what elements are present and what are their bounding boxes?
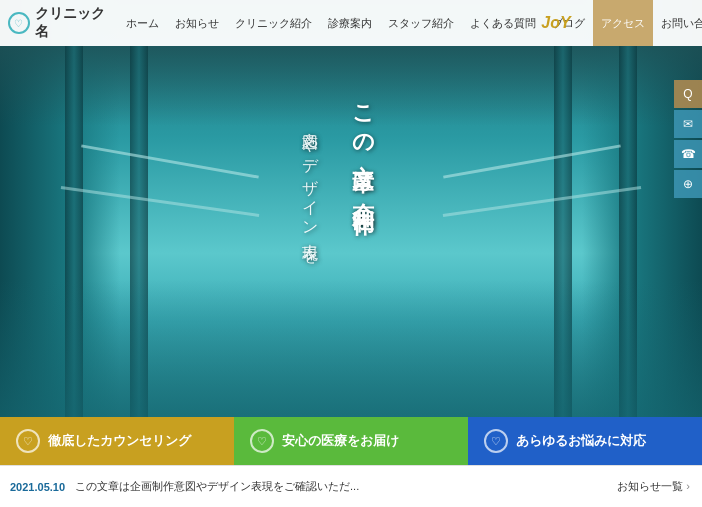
banner-medical[interactable]: ♡ 安心の医療をお届け <box>234 417 468 465</box>
news-link[interactable]: お知らせ一覧 › <box>605 479 702 494</box>
banner-counseling[interactable]: ♡ 徹底したカウンセリング <box>0 417 234 465</box>
news-text: この文章は企画制作意図やデザイン表現をご確認いただ... <box>75 479 605 494</box>
header: ♡ クリニック名 ホーム お知らせ クリニック紹介 診療案内 スタッフ紹介 よく… <box>0 0 702 46</box>
logo: ♡ クリニック名 <box>8 5 118 41</box>
nav-staff[interactable]: スタッフ紹介 <box>380 0 462 46</box>
counseling-icon: ♡ <box>16 429 40 453</box>
news-date: 2021.05.10 <box>0 481 75 493</box>
side-icon-email[interactable]: ✉ <box>674 110 702 138</box>
side-icon-query[interactable]: Q <box>674 80 702 108</box>
side-icons-panel: Q ✉ ☎ ⊕ <box>674 80 702 200</box>
nav-home[interactable]: ホーム <box>118 0 167 46</box>
banner-consultation[interactable]: ♡ あらゆるお悩みに対応 <box>468 417 702 465</box>
news-link-arrow: › <box>686 480 690 492</box>
nav-medical[interactable]: 診療案内 <box>320 0 380 46</box>
consultation-icon: ♡ <box>484 429 508 453</box>
nav-about[interactable]: クリニック紹介 <box>227 0 320 46</box>
medical-icon: ♡ <box>250 429 274 453</box>
medical-label: 安心の医療をお届け <box>282 432 399 450</box>
side-icon-plus[interactable]: ⊕ <box>674 170 702 198</box>
nav-faq[interactable]: よくある質問 <box>462 0 544 46</box>
side-icon-phone[interactable]: ☎ <box>674 140 702 168</box>
nav-contact[interactable]: お問い合わせ <box>653 0 702 46</box>
logo-text: クリニック名 <box>35 5 118 41</box>
counseling-label: 徹底したカウンセリング <box>48 432 191 450</box>
logo-icon: ♡ <box>8 12 30 34</box>
nav-access[interactable]: アクセス <box>593 0 653 46</box>
hero-section: この文章は企画制作 意図やデザイン表現を <box>0 0 702 460</box>
hero-sub-text: 意図やデザイン表現を <box>295 120 324 258</box>
main-nav: ホーム お知らせ クリニック紹介 診療案内 スタッフ紹介 よくある質問 ブログ … <box>118 0 702 46</box>
hero-background <box>0 0 702 460</box>
bottom-banner: ♡ 徹底したカウンセリング ♡ 安心の医療をお届け ♡ あらゆるお悩みに対応 <box>0 417 702 465</box>
consultation-label: あらゆるお悩みに対応 <box>516 432 646 450</box>
news-bar: 2021.05.10 この文章は企画制作意図やデザイン表現をご確認いただ... … <box>0 465 702 507</box>
nav-news[interactable]: お知らせ <box>167 0 227 46</box>
hero-main-text: この文章は企画制作 <box>343 90 383 201</box>
joy-logo: JoY <box>534 0 578 46</box>
